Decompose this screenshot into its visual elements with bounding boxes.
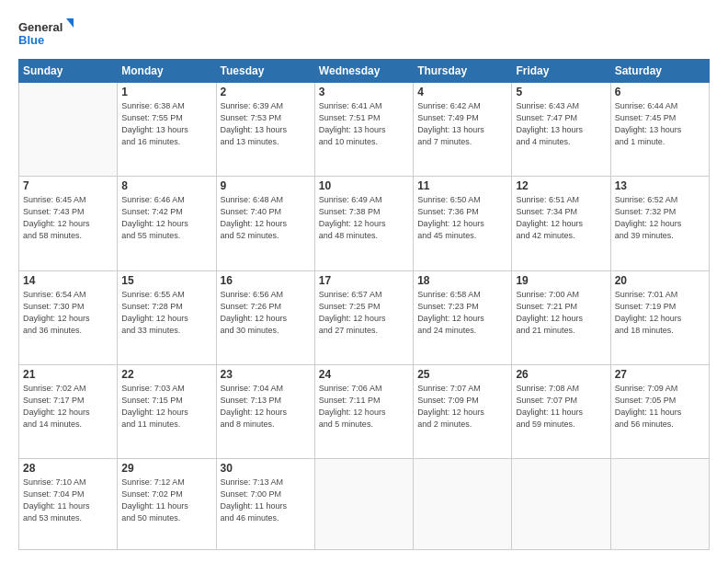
calendar-cell: 28Sunrise: 7:10 AM Sunset: 7:04 PM Dayli… bbox=[19, 459, 118, 550]
calendar-cell: 12Sunrise: 6:51 AM Sunset: 7:34 PM Dayli… bbox=[512, 177, 610, 270]
day-number: 23 bbox=[221, 368, 311, 381]
calendar-cell: 19Sunrise: 7:00 AM Sunset: 7:21 PM Dayli… bbox=[512, 270, 610, 364]
logo: General Blue bbox=[18, 17, 74, 52]
day-number: 10 bbox=[319, 179, 409, 192]
day-number: 1 bbox=[121, 86, 211, 98]
day-number: 3 bbox=[319, 86, 409, 98]
calendar-week-2: 7Sunrise: 6:45 AM Sunset: 7:43 PM Daylig… bbox=[19, 177, 710, 270]
day-number: 30 bbox=[221, 462, 311, 475]
day-info: Sunrise: 7:12 AM Sunset: 7:02 PM Dayligh… bbox=[121, 477, 211, 524]
calendar-cell: 1Sunrise: 6:38 AM Sunset: 7:55 PM Daylig… bbox=[118, 83, 216, 177]
calendar-cell: 6Sunrise: 6:44 AM Sunset: 7:45 PM Daylig… bbox=[610, 83, 709, 177]
weekday-header-tuesday: Tuesday bbox=[216, 60, 314, 83]
day-info: Sunrise: 6:52 AM Sunset: 7:32 PM Dayligh… bbox=[615, 194, 705, 242]
day-info: Sunrise: 7:02 AM Sunset: 7:17 PM Dayligh… bbox=[23, 383, 113, 431]
calendar-cell: 16Sunrise: 6:56 AM Sunset: 7:26 PM Dayli… bbox=[216, 270, 314, 364]
svg-text:Blue: Blue bbox=[18, 33, 44, 47]
calendar-cell: 18Sunrise: 6:58 AM Sunset: 7:23 PM Dayli… bbox=[414, 270, 512, 364]
day-number: 11 bbox=[417, 179, 507, 192]
day-info: Sunrise: 6:39 AM Sunset: 7:53 PM Dayligh… bbox=[221, 100, 311, 148]
day-number: 20 bbox=[615, 274, 705, 287]
day-info: Sunrise: 6:50 AM Sunset: 7:36 PM Dayligh… bbox=[417, 194, 507, 242]
calendar-cell bbox=[512, 459, 610, 550]
day-info: Sunrise: 7:09 AM Sunset: 7:05 PM Dayligh… bbox=[615, 383, 705, 431]
day-number: 16 bbox=[221, 274, 311, 287]
day-info: Sunrise: 6:54 AM Sunset: 7:30 PM Dayligh… bbox=[23, 289, 113, 337]
calendar-week-5: 28Sunrise: 7:10 AM Sunset: 7:04 PM Dayli… bbox=[19, 459, 710, 550]
day-number: 6 bbox=[615, 86, 705, 98]
day-info: Sunrise: 6:42 AM Sunset: 7:49 PM Dayligh… bbox=[417, 100, 507, 148]
calendar-cell: 3Sunrise: 6:41 AM Sunset: 7:51 PM Daylig… bbox=[314, 83, 413, 177]
calendar-cell: 22Sunrise: 7:03 AM Sunset: 7:15 PM Dayli… bbox=[118, 364, 216, 458]
day-info: Sunrise: 6:46 AM Sunset: 7:42 PM Dayligh… bbox=[121, 194, 211, 242]
svg-text:General: General bbox=[18, 20, 63, 34]
calendar-cell: 7Sunrise: 6:45 AM Sunset: 7:43 PM Daylig… bbox=[19, 177, 118, 270]
day-info: Sunrise: 6:57 AM Sunset: 7:25 PM Dayligh… bbox=[319, 289, 409, 337]
day-info: Sunrise: 7:00 AM Sunset: 7:21 PM Dayligh… bbox=[516, 289, 606, 337]
day-info: Sunrise: 7:04 AM Sunset: 7:13 PM Dayligh… bbox=[221, 383, 311, 431]
day-number: 5 bbox=[516, 86, 606, 98]
calendar-cell bbox=[19, 83, 118, 177]
calendar-cell: 10Sunrise: 6:49 AM Sunset: 7:38 PM Dayli… bbox=[314, 177, 413, 270]
day-info: Sunrise: 6:48 AM Sunset: 7:40 PM Dayligh… bbox=[221, 194, 311, 242]
day-number: 25 bbox=[417, 368, 507, 381]
day-number: 15 bbox=[121, 274, 211, 287]
calendar-cell bbox=[414, 459, 512, 550]
day-info: Sunrise: 7:08 AM Sunset: 7:07 PM Dayligh… bbox=[516, 383, 606, 431]
day-info: Sunrise: 6:38 AM Sunset: 7:55 PM Dayligh… bbox=[121, 100, 211, 148]
day-info: Sunrise: 6:44 AM Sunset: 7:45 PM Dayligh… bbox=[615, 100, 705, 148]
svg-marker-2 bbox=[66, 18, 74, 28]
day-number: 27 bbox=[615, 368, 705, 381]
weekday-header-thursday: Thursday bbox=[414, 60, 512, 83]
calendar-cell: 15Sunrise: 6:55 AM Sunset: 7:28 PM Dayli… bbox=[118, 270, 216, 364]
day-number: 17 bbox=[319, 274, 409, 287]
day-number: 24 bbox=[319, 368, 409, 381]
calendar-table: SundayMondayTuesdayWednesdayThursdayFrid… bbox=[18, 59, 710, 550]
calendar-cell: 27Sunrise: 7:09 AM Sunset: 7:05 PM Dayli… bbox=[610, 364, 709, 458]
weekday-header-sunday: Sunday bbox=[19, 60, 118, 83]
day-number: 18 bbox=[417, 274, 507, 287]
day-number: 12 bbox=[516, 179, 606, 192]
day-number: 19 bbox=[516, 274, 606, 287]
calendar-cell: 20Sunrise: 7:01 AM Sunset: 7:19 PM Dayli… bbox=[610, 270, 709, 364]
day-number: 14 bbox=[23, 274, 113, 287]
calendar-week-4: 21Sunrise: 7:02 AM Sunset: 7:17 PM Dayli… bbox=[19, 364, 710, 458]
day-info: Sunrise: 7:03 AM Sunset: 7:15 PM Dayligh… bbox=[121, 383, 211, 431]
calendar-cell: 29Sunrise: 7:12 AM Sunset: 7:02 PM Dayli… bbox=[118, 459, 216, 550]
calendar-cell: 9Sunrise: 6:48 AM Sunset: 7:40 PM Daylig… bbox=[216, 177, 314, 270]
calendar-cell bbox=[610, 459, 709, 550]
weekday-header-saturday: Saturday bbox=[610, 60, 709, 83]
calendar-cell: 8Sunrise: 6:46 AM Sunset: 7:42 PM Daylig… bbox=[118, 177, 216, 270]
day-info: Sunrise: 6:43 AM Sunset: 7:47 PM Dayligh… bbox=[516, 100, 606, 148]
day-number: 2 bbox=[221, 86, 311, 98]
calendar-cell: 17Sunrise: 6:57 AM Sunset: 7:25 PM Dayli… bbox=[314, 270, 413, 364]
calendar-cell: 30Sunrise: 7:13 AM Sunset: 7:00 PM Dayli… bbox=[216, 459, 314, 550]
day-info: Sunrise: 7:10 AM Sunset: 7:04 PM Dayligh… bbox=[23, 477, 113, 524]
day-number: 29 bbox=[121, 462, 211, 475]
weekday-header-row: SundayMondayTuesdayWednesdayThursdayFrid… bbox=[19, 60, 710, 83]
calendar-cell: 14Sunrise: 6:54 AM Sunset: 7:30 PM Dayli… bbox=[19, 270, 118, 364]
calendar-cell bbox=[314, 459, 413, 550]
day-info: Sunrise: 7:01 AM Sunset: 7:19 PM Dayligh… bbox=[615, 289, 705, 337]
calendar-cell: 26Sunrise: 7:08 AM Sunset: 7:07 PM Dayli… bbox=[512, 364, 610, 458]
day-info: Sunrise: 6:58 AM Sunset: 7:23 PM Dayligh… bbox=[417, 289, 507, 337]
day-number: 22 bbox=[121, 368, 211, 381]
day-number: 28 bbox=[23, 462, 113, 475]
day-number: 13 bbox=[615, 179, 705, 192]
day-number: 8 bbox=[121, 179, 211, 192]
calendar-cell: 2Sunrise: 6:39 AM Sunset: 7:53 PM Daylig… bbox=[216, 83, 314, 177]
weekday-header-monday: Monday bbox=[118, 60, 216, 83]
weekday-header-wednesday: Wednesday bbox=[314, 60, 413, 83]
calendar-cell: 21Sunrise: 7:02 AM Sunset: 7:17 PM Dayli… bbox=[19, 364, 118, 458]
day-info: Sunrise: 6:41 AM Sunset: 7:51 PM Dayligh… bbox=[319, 100, 409, 148]
day-info: Sunrise: 7:07 AM Sunset: 7:09 PM Dayligh… bbox=[417, 383, 507, 431]
calendar-cell: 24Sunrise: 7:06 AM Sunset: 7:11 PM Dayli… bbox=[314, 364, 413, 458]
day-number: 26 bbox=[516, 368, 606, 381]
calendar-cell: 11Sunrise: 6:50 AM Sunset: 7:36 PM Dayli… bbox=[414, 177, 512, 270]
day-info: Sunrise: 7:06 AM Sunset: 7:11 PM Dayligh… bbox=[319, 383, 409, 431]
calendar-cell: 13Sunrise: 6:52 AM Sunset: 7:32 PM Dayli… bbox=[610, 177, 709, 270]
logo-svg: General Blue bbox=[18, 17, 74, 52]
calendar-cell: 5Sunrise: 6:43 AM Sunset: 7:47 PM Daylig… bbox=[512, 83, 610, 177]
day-number: 7 bbox=[23, 179, 113, 192]
day-number: 21 bbox=[23, 368, 113, 381]
